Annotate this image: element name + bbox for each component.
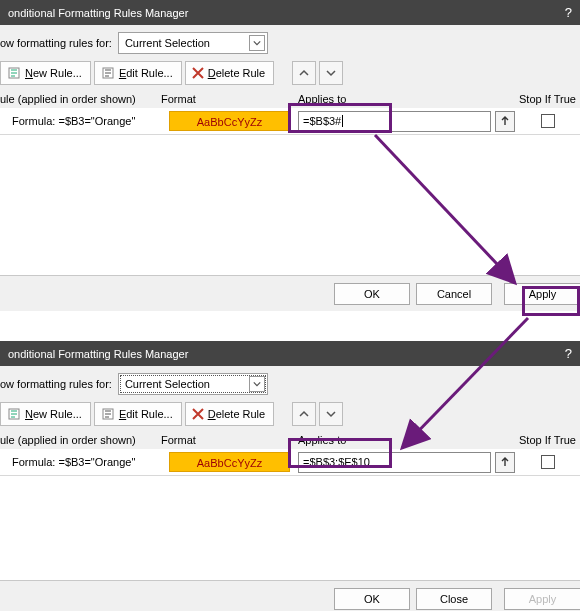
move-down-button[interactable]: [319, 61, 343, 85]
rules-empty-area: [0, 134, 580, 275]
header-rule: ule (applied in order shown): [0, 434, 161, 446]
edit-rule-button[interactable]: Edit Rule...: [94, 402, 182, 426]
ok-button[interactable]: OK: [334, 283, 410, 305]
applies-value: =$B$3#: [303, 115, 341, 127]
gap: [0, 311, 580, 341]
edit-rule-button[interactable]: Edit Rule...: [94, 61, 182, 85]
dialog2-body: ow formatting rules for: Current Selecti…: [0, 366, 580, 611]
toolbar: New Rule... Edit Rule... Delete Rule: [0, 399, 580, 432]
header-stop: Stop If True: [515, 93, 580, 105]
show-rules-value: Current Selection: [125, 378, 210, 390]
format-sample: AaBbCcYyZz: [169, 111, 290, 131]
help-icon[interactable]: ?: [565, 346, 572, 361]
dialog1-title: onditional Formatting Rules Manager: [8, 7, 188, 19]
delete-rule-button[interactable]: Delete Rule: [185, 402, 275, 426]
new-rule-icon: [7, 66, 21, 80]
button-bar: OK Cancel Apply: [0, 275, 580, 311]
applies-input[interactable]: =$B$3#: [298, 111, 491, 132]
edit-rule-icon: [101, 66, 115, 80]
header-applies: Applies to: [298, 434, 515, 446]
rule-row[interactable]: Formula: =$B3="Orange" AaBbCcYyZz =$B$3#: [0, 108, 580, 134]
stop-checkbox[interactable]: [541, 455, 555, 469]
edit-rule-icon: [101, 407, 115, 421]
show-rules-label: ow formatting rules for:: [0, 378, 112, 390]
new-rule-icon: [7, 407, 21, 421]
move-up-button[interactable]: [292, 402, 316, 426]
header-format: Format: [161, 434, 298, 446]
close-button[interactable]: Close: [416, 588, 492, 610]
rule-row[interactable]: Formula: =$B3="Orange" AaBbCcYyZz =$B$3:…: [0, 449, 580, 475]
show-rules-label: ow formatting rules for:: [0, 37, 112, 49]
rule-text: Formula: =$B3="Orange": [0, 456, 161, 468]
show-rules-select[interactable]: Current Selection: [118, 32, 268, 54]
applies-cell: =$B$3#: [298, 111, 515, 132]
move-down-button[interactable]: [319, 402, 343, 426]
show-rules-row: ow formatting rules for: Current Selecti…: [0, 25, 580, 58]
dialog2-title: onditional Formatting Rules Manager: [8, 348, 188, 360]
cancel-button[interactable]: Cancel: [416, 283, 492, 305]
apply-button[interactable]: Apply: [504, 283, 580, 305]
applies-cell: =$B$3:$E$10: [298, 452, 515, 473]
move-up-button[interactable]: [292, 61, 316, 85]
dialog2-titlebar: onditional Formatting Rules Manager ?: [0, 341, 580, 366]
stop-cell: [515, 455, 580, 469]
ok-button[interactable]: OK: [334, 588, 410, 610]
column-headers: ule (applied in order shown) Format Appl…: [0, 432, 580, 449]
chevron-down-icon: [249, 35, 265, 51]
header-applies: Applies to: [298, 93, 515, 105]
button-bar: OK Close Apply: [0, 580, 580, 611]
new-rule-button[interactable]: NNew Rule...ew Rule...: [0, 61, 91, 85]
stop-checkbox[interactable]: [541, 114, 555, 128]
delete-icon: [192, 67, 204, 79]
toolbar: NNew Rule...ew Rule... Edit Rule... Dele…: [0, 58, 580, 91]
applies-input[interactable]: =$B$3:$E$10: [298, 452, 491, 473]
help-icon[interactable]: ?: [565, 5, 572, 20]
range-selector-button[interactable]: [495, 452, 515, 473]
dialog1-titlebar: onditional Formatting Rules Manager ?: [0, 0, 580, 25]
delete-rule-button[interactable]: Delete Rule: [185, 61, 275, 85]
rule-format: AaBbCcYyZz: [161, 111, 298, 131]
dialog1-body: ow formatting rules for: Current Selecti…: [0, 25, 580, 311]
header-format: Format: [161, 93, 298, 105]
stop-cell: [515, 114, 580, 128]
show-rules-value: Current Selection: [125, 37, 210, 49]
new-rule-button[interactable]: New Rule...: [0, 402, 91, 426]
show-rules-select[interactable]: Current Selection: [118, 373, 268, 395]
column-headers: ule (applied in order shown) Format Appl…: [0, 91, 580, 108]
header-rule: ule (applied in order shown): [0, 93, 161, 105]
show-rules-row: ow formatting rules for: Current Selecti…: [0, 366, 580, 399]
apply-button: Apply: [504, 588, 580, 610]
format-sample: AaBbCcYyZz: [169, 452, 290, 472]
range-selector-button[interactable]: [495, 111, 515, 132]
applies-value: =$B$3:$E$10: [303, 456, 370, 468]
rule-format: AaBbCcYyZz: [161, 452, 298, 472]
rules-empty-area: [0, 475, 580, 580]
delete-icon: [192, 408, 204, 420]
header-stop: Stop If True: [515, 434, 580, 446]
rule-text: Formula: =$B3="Orange": [0, 115, 161, 127]
chevron-down-icon: [249, 376, 265, 392]
text-cursor: [342, 115, 343, 127]
